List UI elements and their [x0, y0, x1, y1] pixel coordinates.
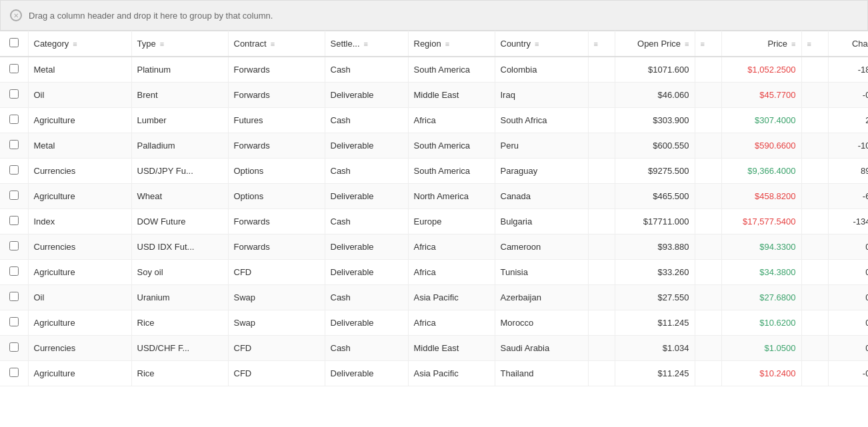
- row-type: Brent: [131, 83, 228, 108]
- row-blank3: [801, 209, 828, 234]
- filter-price-icon[interactable]: ≡: [791, 40, 795, 48]
- row-blank: [588, 83, 615, 108]
- row-price: $45.7700: [721, 83, 801, 108]
- header-region[interactable]: Region ≡: [408, 31, 495, 57]
- table-row: Currencies USD IDX Fut... Forwards Deliv…: [0, 234, 868, 260]
- row-checkbox-cell[interactable]: [0, 285, 28, 310]
- row-checkbox[interactable]: [9, 115, 19, 124]
- row-checkbox[interactable]: [9, 317, 19, 326]
- row-checkbox-cell[interactable]: [0, 108, 28, 133]
- filter-settle-icon[interactable]: ≡: [364, 40, 368, 48]
- row-type: Soy oil: [131, 260, 228, 285]
- row-checkbox[interactable]: [9, 165, 19, 175]
- row-checkbox[interactable]: [9, 140, 19, 149]
- row-checkbox[interactable]: [9, 292, 19, 301]
- row-type: Uranium: [131, 285, 228, 310]
- row-checkbox-cell[interactable]: [0, 336, 28, 361]
- row-country: Azerbaijan: [495, 285, 588, 310]
- row-checkbox-cell[interactable]: [0, 209, 28, 234]
- row-region: South America: [408, 57, 495, 83]
- row-country: Colombia: [495, 57, 588, 83]
- row-country: Tunisia: [495, 260, 588, 285]
- row-checkbox[interactable]: [9, 266, 19, 276]
- row-change: -10.34: [828, 133, 868, 159]
- header-type[interactable]: Type ≡: [131, 31, 228, 57]
- row-blank: [588, 260, 615, 285]
- row-blank3: [801, 133, 828, 159]
- select-all-checkbox[interactable]: [9, 38, 19, 47]
- row-price: $590.6600: [721, 133, 801, 159]
- row-region: Asia Pacific: [408, 361, 495, 386]
- table-wrapper: Category ≡ Type ≡ Contract ≡: [0, 31, 868, 386]
- header-contract[interactable]: Contract ≡: [228, 31, 325, 57]
- row-category: Agriculture: [28, 108, 131, 133]
- filter-blank3-icon[interactable]: ≡: [807, 40, 811, 48]
- header-country-label: Country: [501, 39, 531, 49]
- row-checkbox-cell[interactable]: [0, 83, 28, 108]
- filter-contract-icon[interactable]: ≡: [271, 40, 275, 48]
- filter-openprice-icon[interactable]: ≡: [685, 40, 689, 48]
- filter-country-icon[interactable]: ≡: [535, 40, 539, 48]
- row-checkbox[interactable]: [9, 64, 19, 73]
- row-checkbox-cell[interactable]: [0, 310, 28, 336]
- header-blank3[interactable]: ≡: [801, 31, 828, 57]
- row-change: 0.20: [828, 310, 868, 336]
- row-contract: Swap: [228, 310, 325, 336]
- filter-region-icon[interactable]: ≡: [445, 40, 449, 48]
- table-row: Agriculture Wheat Options Deliverable No…: [0, 184, 868, 209]
- row-blank: [588, 310, 615, 336]
- header-price[interactable]: Price ≡: [721, 31, 801, 57]
- row-checkbox-cell[interactable]: [0, 260, 28, 285]
- row-checkbox-cell[interactable]: [0, 361, 28, 386]
- row-contract: Futures: [228, 108, 325, 133]
- header-country[interactable]: Country ≡: [495, 31, 588, 57]
- row-category: Agriculture: [28, 310, 131, 336]
- row-type: USD/JPY Fu...: [131, 159, 228, 184]
- row-checkbox[interactable]: [9, 216, 19, 225]
- table-row: Index DOW Future Forwards Cash Europe Bu…: [0, 209, 868, 234]
- header-type-label: Type: [137, 39, 156, 49]
- header-settle[interactable]: Settle... ≡: [325, 31, 408, 57]
- row-category: Oil: [28, 285, 131, 310]
- header-checkbox[interactable]: [0, 31, 28, 57]
- row-checkbox-cell[interactable]: [0, 184, 28, 209]
- row-contract: Forwards: [228, 133, 325, 159]
- row-checkbox-cell[interactable]: [0, 234, 28, 260]
- row-checkbox[interactable]: [9, 342, 19, 352]
- row-blank2: [695, 260, 721, 285]
- row-checkbox-cell[interactable]: [0, 57, 28, 83]
- row-category: Metal: [28, 133, 131, 159]
- filter-type-icon[interactable]: ≡: [160, 40, 164, 48]
- row-blank3: [801, 184, 828, 209]
- row-checkbox-cell[interactable]: [0, 133, 28, 159]
- row-checkbox[interactable]: [9, 241, 19, 250]
- row-blank2: [695, 336, 721, 361]
- row-checkbox-cell[interactable]: [0, 159, 28, 184]
- row-country: Bulgaria: [495, 209, 588, 234]
- header-category[interactable]: Category ≡: [28, 31, 131, 57]
- filter-category-icon[interactable]: ≡: [73, 40, 77, 48]
- row-settle: Cash: [325, 159, 408, 184]
- row-open-price: $46.060: [615, 83, 695, 108]
- row-blank3: [801, 336, 828, 361]
- filter-blank2-icon[interactable]: ≡: [701, 40, 705, 48]
- row-country: Saudi Arabia: [495, 336, 588, 361]
- table-row: Currencies USD/CHF F... CFD Cash Middle …: [0, 336, 868, 361]
- row-change: 89.07: [828, 159, 868, 184]
- header-openprice[interactable]: Open Price ≡: [615, 31, 695, 57]
- row-contract: Forwards: [228, 83, 325, 108]
- row-checkbox[interactable]: [9, 89, 19, 99]
- header-blank2[interactable]: ≡: [695, 31, 721, 57]
- filter-blank-icon[interactable]: ≡: [594, 40, 598, 48]
- row-checkbox[interactable]: [9, 368, 19, 377]
- row-country: Iraq: [495, 83, 588, 108]
- row-blank: [588, 133, 615, 159]
- row-blank2: [695, 159, 721, 184]
- row-region: Africa: [408, 108, 495, 133]
- header-change[interactable]: Change: [828, 31, 868, 57]
- row-type: Platinum: [131, 57, 228, 83]
- row-checkbox[interactable]: [9, 191, 19, 200]
- header-blank[interactable]: ≡: [588, 31, 615, 57]
- row-open-price: $9275.500: [615, 159, 695, 184]
- row-region: Africa: [408, 234, 495, 260]
